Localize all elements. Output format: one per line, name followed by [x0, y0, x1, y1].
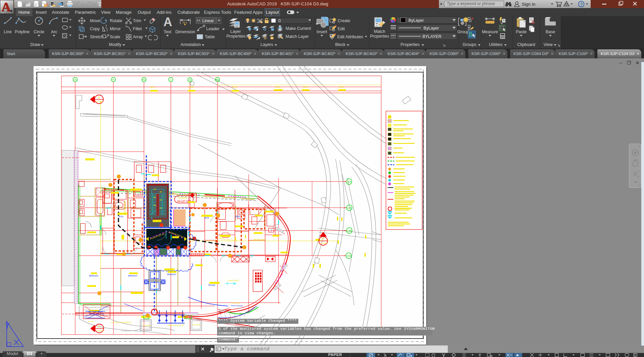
svg-text:Sign In: Sign In [522, 2, 535, 7]
svg-text:4070: 4070 [150, 86, 155, 88]
svg-text:Dimension: Dimension [175, 30, 195, 34]
svg-text:Insert: Insert [316, 30, 327, 34]
svg-text:Circle: Circle [34, 30, 44, 34]
svg-text:Paste: Paste [516, 30, 527, 34]
svg-text:Trim: Trim [133, 18, 141, 23]
svg-text:Groups: Groups [463, 42, 477, 47]
svg-text:Group: Group [457, 30, 469, 34]
svg-text:PLANTER: PLANTER [193, 324, 200, 326]
svg-text:Arc: Arc [51, 30, 57, 34]
svg-text:Block: Block [335, 42, 346, 47]
svg-text:1595: 1595 [303, 86, 308, 88]
svg-text:Polyline: Polyline [15, 30, 30, 34]
svg-text:via form: via form [88, 320, 94, 322]
svg-text:Modify: Modify [109, 42, 122, 47]
svg-text:4: 4 [98, 325, 100, 328]
svg-text:3F05: 3F05 [204, 217, 209, 219]
svg-text:Move: Move [90, 18, 100, 23]
svg-text:?: ? [580, 2, 583, 7]
svg-text:3F06: 3F06 [235, 215, 240, 218]
svg-text:Properties: Properties [401, 42, 420, 47]
svg-text:Layers: Layers [260, 42, 273, 47]
svg-text:BEDROOM: BEDROOM [124, 201, 126, 213]
svg-text:CLEAR SPACE: CLEAR SPACE [228, 279, 239, 282]
svg-text:Bedroom: Bedroom [128, 274, 137, 277]
svg-text:K1: K1 [142, 78, 145, 81]
svg-text:2900: 2900 [232, 86, 238, 88]
svg-text:A-C800: A-C800 [96, 101, 103, 103]
svg-text:Fillet: Fillet [133, 27, 142, 31]
svg-text:Line: Line [4, 30, 12, 34]
svg-text:Copy: Copy [90, 27, 100, 31]
svg-text:TRAVEL DIST 57.5m: TRAVEL DIST 57.5m [218, 237, 237, 242]
svg-text:3F04: 3F04 [118, 215, 123, 218]
svg-text:Match: Match [374, 29, 385, 34]
svg-text:Stretch: Stretch [90, 35, 103, 39]
svg-text:Edit: Edit [338, 27, 345, 31]
svg-text:0: 0 [279, 18, 281, 23]
svg-text:A-C800: A-C800 [96, 330, 103, 332]
svg-text:ENTRANCE ENTRY: ENTRANCE ENTRY [168, 324, 185, 326]
svg-text:STAIR: STAIR [178, 196, 187, 200]
svg-text:Scale: Scale [110, 35, 120, 39]
svg-text:Mirror: Mirror [110, 27, 121, 31]
svg-text:13B: 13B [347, 229, 351, 232]
svg-text:Array: Array [133, 35, 143, 39]
svg-text:Match Layer: Match Layer [286, 34, 309, 39]
svg-text:Create: Create [338, 18, 350, 23]
svg-text:Text: Text [164, 30, 171, 34]
svg-text:L: L [170, 78, 171, 81]
svg-text:Leader: Leader [206, 27, 219, 31]
svg-text:M1: M1 [216, 78, 219, 81]
svg-text:J1: J1 [74, 78, 77, 81]
svg-text:2805: 2805 [275, 86, 281, 88]
svg-text:Properties: Properties [370, 34, 389, 39]
svg-text:10% FALL TO SURFACE: 10% FALL TO SURFACE [111, 321, 132, 323]
svg-text:11A: 11A [347, 180, 351, 183]
svg-text:BALCONY: BALCONY [232, 302, 241, 304]
svg-text:5: 5 [322, 237, 324, 241]
svg-text:Terrace: Terrace [208, 284, 215, 286]
svg-text:Draw: Draw [30, 42, 40, 47]
svg-text:Bedroom: Bedroom [89, 274, 98, 277]
svg-text:Linear: Linear [202, 18, 214, 23]
svg-text:14A: 14A [346, 254, 351, 257]
svg-text:Layer: Layer [230, 29, 241, 34]
svg-text:ByLayer: ByLayer [408, 18, 424, 23]
svg-text:A-C800: A-C800 [320, 242, 327, 244]
svg-text:3290: 3290 [339, 86, 344, 88]
svg-text:Edit Attributes: Edit Attributes [337, 35, 363, 39]
svg-text:Rotate: Rotate [110, 18, 122, 23]
svg-text:Annotation: Annotation [181, 42, 201, 47]
svg-text:Utilities: Utilities [489, 42, 502, 47]
svg-text:4: 4 [98, 96, 100, 99]
svg-text:BEDROOM 6: BEDROOM 6 [254, 239, 266, 241]
svg-text:View: View [544, 42, 553, 47]
svg-text:Table: Table [205, 35, 215, 39]
svg-text:Clipboard: Clipboard [517, 42, 535, 47]
svg-text:ByLayer: ByLayer [424, 26, 439, 31]
svg-text:BYLAYER: BYLAYER [423, 34, 442, 39]
svg-text:Make Current: Make Current [286, 26, 311, 31]
svg-text:Base: Base [546, 30, 555, 34]
svg-text:Bedroom: Bedroom [167, 273, 176, 275]
svg-text:Timber Decking: Timber Decking [231, 305, 243, 307]
svg-text:Properties: Properties [227, 34, 246, 39]
svg-text:Measure: Measure [482, 30, 498, 34]
svg-text:M: M [189, 79, 191, 82]
svg-text:A: A [163, 16, 172, 29]
svg-text:PLANTER: PLANTER [143, 324, 151, 326]
svg-text:13A: 13A [347, 206, 351, 209]
svg-text:K: K [112, 78, 114, 81]
svg-text:2900: 2900 [189, 86, 194, 88]
